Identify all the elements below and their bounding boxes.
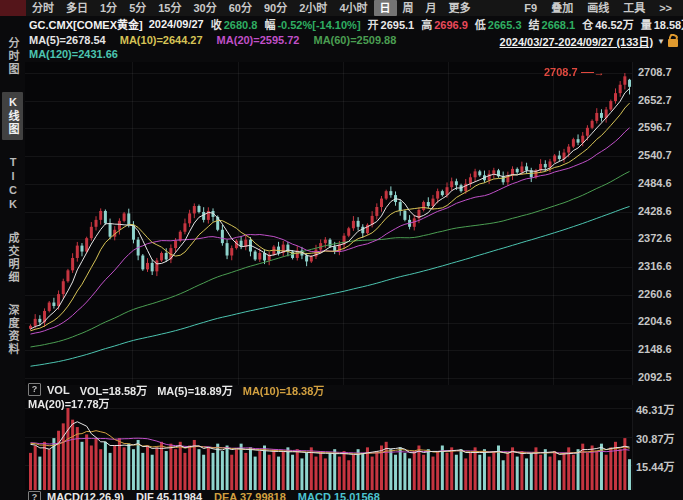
macd-title: MACD(12,26,9) xyxy=(47,491,124,500)
symbol-name: GC.CMX[COMEX黄金] xyxy=(29,16,143,32)
help-icon[interactable]: ? xyxy=(28,491,41,500)
period-tab-2[interactable]: 多日 xyxy=(60,0,94,16)
quote-date: 2024/09/27 xyxy=(149,18,204,30)
quote-field-3: 开2695.1 xyxy=(368,19,415,31)
price-axis-label: 2484.6 xyxy=(638,177,672,189)
quote-field-value: 18.58万 xyxy=(654,19,683,31)
toolbar-button-3[interactable]: 画线 xyxy=(580,0,616,16)
period-high-annotation: 2708.7 → xyxy=(544,66,605,78)
sidebar-item-4[interactable]: 成交明细 xyxy=(2,228,23,288)
period-tab-9[interactable]: 2小时 xyxy=(293,0,333,16)
quote-field-value: -0.52%[-14.10%] xyxy=(277,19,360,31)
ma20-legend: MA(20)=2595.72 xyxy=(217,34,300,46)
macd-header: ? MACD(12,26,9) DIF 45.11984 DEA 37.9981… xyxy=(28,490,392,500)
quote-field-5: 低2665.3 xyxy=(475,19,522,31)
ma10-legend: MA(10)=2644.27 xyxy=(120,34,203,46)
period-tab-5[interactable]: 15分 xyxy=(152,0,187,16)
price-axis-label: 2596.7 xyxy=(638,121,672,133)
ma5-legend: MA(5)=2678.54 xyxy=(29,34,106,46)
quote-field-value: 2696.9 xyxy=(434,19,468,31)
quote-field-label: 结 xyxy=(529,19,540,31)
quote-field-4: 高2696.9 xyxy=(421,19,468,31)
quote-field-label: 开 xyxy=(368,19,379,31)
period-tab-8[interactable]: 90分 xyxy=(258,0,293,16)
lock-icon[interactable] xyxy=(668,39,678,47)
period-high-value: 2708.7 xyxy=(544,66,578,78)
volume-header: ? VOL VOL=18.58万 MA(5)=18.89万 MA(10)=18.… xyxy=(28,383,334,409)
quote-field-value: 2668.1 xyxy=(542,19,576,31)
quote-field-value: 2680.8 xyxy=(224,19,258,31)
price-axis-label: 2260.6 xyxy=(638,288,672,300)
quote-field-label: 仓 xyxy=(582,19,593,31)
volume-axis-label: 15.44万 xyxy=(636,458,675,474)
period-tab-4[interactable]: 5分 xyxy=(123,0,152,16)
price-axis-label: 2652.7 xyxy=(638,94,672,106)
sidebar-item-5[interactable]: 深度资料 xyxy=(2,300,23,360)
vol-ma5: MA(5)=18.89万 xyxy=(157,382,233,398)
price-axis: 2708.72652.72596.72540.72484.62428.62372… xyxy=(632,62,683,385)
quote-field-1: 收2680.8 xyxy=(211,19,258,31)
annotation-line xyxy=(581,72,594,73)
chart-mode-sidebar: 分时图K线图TICK成交明细深度资料 xyxy=(0,30,25,500)
volume-bar-chart[interactable] xyxy=(25,400,632,490)
quote-field-label: 收 xyxy=(211,19,222,31)
period-tab-14[interactable]: 更多 xyxy=(443,0,477,16)
quote-info-row: GC.CMX[COMEX黄金] 2024/09/27 收2680.8幅-0.52… xyxy=(25,16,683,32)
vol-ma10: MA(10)=18.38万 xyxy=(243,382,325,398)
quote-field-label: 幅 xyxy=(264,19,275,31)
period-tab-12[interactable]: 周 xyxy=(397,0,420,16)
period-toolbar: 分时多日1分5分15分30分60分90分2小时4小时日周月更多 F9叠加画线工具… xyxy=(0,0,683,16)
macd-value: MACD 15.01568 xyxy=(298,491,380,500)
quote-field-label: 量 xyxy=(641,19,652,31)
quote-field-value: 46.52万 xyxy=(595,19,634,31)
chevron-down-icon[interactable]: ▼ xyxy=(657,37,665,46)
price-axis-label: 2148.6 xyxy=(638,343,672,355)
ma60-legend: MA(60)=2509.88 xyxy=(313,34,396,46)
toolbar-button-5[interactable]: >> xyxy=(652,0,679,16)
price-axis-label: 2428.6 xyxy=(638,205,672,217)
period-tab-13[interactable]: 月 xyxy=(420,0,443,16)
volume-axis: 46.31万30.87万15.44万 xyxy=(632,400,683,490)
volume-axis-label: 46.31万 xyxy=(636,401,675,417)
ma120-legend-row: MA(120)=2431.66 xyxy=(25,47,128,61)
quote-field-8: 量18.58万 xyxy=(641,19,683,31)
price-axis-label: 2372.6 xyxy=(638,232,672,244)
quote-field-2: 幅-0.52%[-14.10%] xyxy=(264,19,360,31)
period-tab-7[interactable]: 60分 xyxy=(223,0,258,16)
price-axis-label: 2708.7 xyxy=(638,66,672,78)
ma-legend-row: MA(5)=2678.54 MA(10)=2644.27 MA(20)=2595… xyxy=(25,32,406,47)
quote-field-label: 低 xyxy=(475,19,486,31)
trading-app-window: 分时多日1分5分15分30分60分90分2小时4小时日周月更多 F9叠加画线工具… xyxy=(0,0,683,500)
period-tab-11[interactable]: 日 xyxy=(374,0,397,16)
toolbar-button-2[interactable]: 叠加 xyxy=(544,0,580,16)
period-tabs: 分时多日1分5分15分30分60分90分2小时4小时日周月更多 xyxy=(26,0,477,16)
toolbar-button-4[interactable]: 工具 xyxy=(616,0,652,16)
sidebar-item-2[interactable]: K线图 xyxy=(2,92,23,140)
quote-field-value: 2665.3 xyxy=(488,19,522,31)
price-axis-label: 2540.7 xyxy=(638,149,672,161)
sidebar-item-1[interactable]: 分时图 xyxy=(2,33,23,80)
macd-dea: DEA 37.99818 xyxy=(214,491,286,500)
date-range-label[interactable]: 2024/03/27-2024/09/27 (133日) xyxy=(500,33,654,49)
period-tab-3[interactable]: 1分 xyxy=(94,0,123,16)
toolbar-button-1[interactable]: F9 xyxy=(517,0,544,16)
price-axis-label: 2204.6 xyxy=(638,315,672,327)
quote-field-7: 仓46.52万 xyxy=(582,19,634,31)
ma120-legend: MA(120)=2431.66 xyxy=(29,48,118,60)
sidebar-item-3[interactable]: TICK xyxy=(2,152,23,216)
price-axis-label: 2092.5 xyxy=(638,371,672,383)
quote-field-label: 高 xyxy=(421,19,432,31)
window-corner-block xyxy=(0,0,26,16)
volume-axis-label: 30.87万 xyxy=(636,430,675,446)
period-tab-6[interactable]: 30分 xyxy=(188,0,223,16)
toolbar-right-group: F9叠加画线工具>> xyxy=(517,0,683,16)
price-axis-label: 2316.6 xyxy=(638,260,672,272)
date-range-selector[interactable]: 2024/03/27-2024/09/27 (133日) ▼ xyxy=(500,33,678,49)
vol-ma20: MA(20)=17.78万 xyxy=(28,395,110,411)
right-arrow-icon: → xyxy=(594,66,605,78)
main-candlestick-chart[interactable] xyxy=(25,62,632,385)
period-tab-1[interactable]: 分时 xyxy=(26,0,60,16)
period-tab-10[interactable]: 4小时 xyxy=(333,0,373,16)
quote-field-value: 2695.1 xyxy=(381,19,415,31)
quote-fields: 收2680.8幅-0.52%[-14.10%]开2695.1高2696.9低26… xyxy=(211,16,683,32)
